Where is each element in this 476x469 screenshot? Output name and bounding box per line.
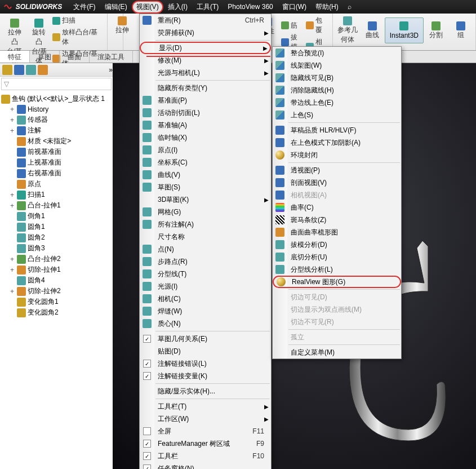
menu-item[interactable]: 草图(S) [140, 181, 271, 193]
tree-item[interactable]: +凸台-拉伸1 [1, 200, 112, 211]
menu-edit[interactable]: 编辑(E) [100, 1, 132, 14]
menu-item[interactable]: 坐标系(C) [140, 156, 271, 169]
tree-item[interactable]: 上视基准面 [1, 157, 112, 168]
menu-item[interactable]: 整合预览(I) [273, 47, 401, 59]
menu-item[interactable]: ✓任务窗格(N) [140, 462, 271, 469]
tab-sketch[interactable]: 草图 [30, 51, 60, 63]
expand-icon[interactable]: + [9, 255, 15, 263]
tree-item[interactable]: +History [1, 104, 112, 114]
menu-search-icon[interactable]: ⌕ [343, 1, 356, 12]
menu-item[interactable]: 重画(R)Ctrl+R [140, 14, 271, 26]
tab-render[interactable]: 渲染工具 [90, 51, 133, 63]
menu-item[interactable]: 带边线上色(E) [273, 96, 401, 109]
fm-expand-icon[interactable]: » [109, 66, 113, 74]
menu-item[interactable]: 全屏F11 [140, 425, 271, 437]
menu-insert[interactable]: 插入(I) [163, 1, 192, 14]
tree-item[interactable]: 右视基准面 [1, 168, 112, 179]
menu-item[interactable]: 在上色模式下加阴影(A) [273, 136, 401, 149]
combine-button[interactable]: 组 [448, 20, 473, 41]
menu-item[interactable]: 基准面(P) [140, 94, 271, 107]
menu-item[interactable]: 隐藏/显示实体(H)... [140, 385, 271, 397]
menu-item[interactable]: 贴图(D) [140, 345, 271, 357]
expand-icon[interactable]: + [9, 287, 15, 295]
tree-item[interactable]: +凸台-拉伸2 [1, 254, 112, 264]
menu-item[interactable]: 自定义菜单(M) [273, 346, 401, 359]
menu-item[interactable]: 消除隐藏线(H) [273, 84, 401, 96]
menu-item[interactable]: 点(N) [140, 243, 271, 255]
tree-item[interactable]: +扫描1 [1, 189, 112, 200]
tree-item[interactable]: 圆角4 [1, 275, 112, 286]
menu-item[interactable]: 光源(I) [140, 280, 271, 293]
instant3d-button[interactable]: Instant3D [385, 17, 424, 43]
menu-item[interactable]: 线架图(W) [273, 59, 401, 72]
tree-item[interactable]: 变化圆角2 [1, 307, 112, 318]
menu-item[interactable]: 显示(D)▶ [140, 42, 271, 54]
menu-photoview[interactable]: PhotoView 360 [223, 1, 278, 12]
menu-item[interactable]: 隐藏所有类型(Y) [140, 82, 271, 94]
loft-button[interactable]: 放样凸台/基体 [51, 27, 105, 47]
menu-item[interactable]: ✓草图几何关系(E) [140, 333, 271, 345]
tree-item[interactable]: 圆角1 [1, 222, 112, 232]
menu-item[interactable]: 工具栏(T)▶ [140, 400, 271, 413]
menu-item[interactable]: 草稿品质 HLR/HLV(F) [273, 124, 401, 136]
expand-icon[interactable]: + [9, 266, 15, 274]
menu-item[interactable]: ✓工具栏F10 [140, 450, 271, 462]
tree-item[interactable]: +传感器 [1, 114, 112, 125]
menu-item[interactable]: 修改(M)▶ [140, 54, 271, 67]
menu-item[interactable]: 曲率(C) [273, 201, 401, 214]
menu-item[interactable]: ✓FeatureManager 树区域F9 [140, 437, 271, 450]
expand-icon[interactable]: + [9, 127, 15, 135]
menu-item[interactable]: 光源与相机(L)▶ [140, 67, 271, 79]
expand-icon[interactable]: + [9, 105, 15, 113]
menu-item[interactable]: 质心(N) [140, 317, 271, 330]
menu-item[interactable]: 斑马条纹(Z) [273, 214, 401, 226]
tab-features[interactable]: 特征 [0, 51, 30, 63]
tree-root[interactable]: 鱼钩 (默认<<默认>_显示状态 1 [1, 94, 112, 104]
tree-item[interactable]: 原点 [1, 179, 112, 189]
fm-search[interactable]: ▽ [1, 78, 112, 90]
fm-display-icon[interactable] [38, 65, 48, 75]
split-button[interactable]: 分割 [424, 20, 448, 41]
menu-window[interactable]: 窗口(W) [278, 1, 311, 14]
tree-item[interactable]: 前视基准面 [1, 147, 112, 157]
menu-item[interactable]: 环境封闭 [273, 149, 401, 161]
menu-item[interactable]: 步路点(R) [140, 255, 271, 268]
menu-item[interactable]: 焊缝(W) [140, 305, 271, 317]
menu-file[interactable]: 文件(F) [69, 1, 100, 14]
menu-item[interactable]: 网格(G) [140, 206, 271, 218]
menu-item[interactable]: ✓注解链接错误(L) [140, 357, 271, 370]
menu-item[interactable]: 活动剖切面(L) [140, 107, 271, 119]
menu-item[interactable]: 曲线(V) [140, 169, 271, 181]
expand-icon[interactable]: + [9, 116, 15, 124]
menu-item[interactable]: ✓注解链接变量(K) [140, 370, 271, 382]
tree-item[interactable]: +切除-拉伸2 [1, 286, 112, 297]
menu-item[interactable]: 工作区(W)▶ [140, 413, 271, 425]
menu-item[interactable]: 所有注解(A) [140, 218, 271, 231]
fm-prop-icon[interactable] [26, 65, 36, 75]
fm-icon[interactable] [2, 65, 12, 75]
tab-surface[interactable]: 曲面 [60, 51, 90, 63]
menu-item[interactable]: 上色(S) [273, 109, 401, 121]
menu-item[interactable]: 尺寸名称 [140, 231, 271, 243]
menu-view[interactable]: 视图(V) [132, 1, 163, 14]
ref-geometry-button[interactable]: 参考几 何体 [335, 15, 360, 46]
fm-config-icon[interactable] [14, 65, 24, 75]
tree-item[interactable]: 圆角3 [1, 243, 112, 254]
menu-item[interactable]: 分型线分析(L) [273, 263, 401, 276]
wrap-button[interactable]: 包覆 [305, 15, 330, 36]
menu-item[interactable]: 基准轴(A) [140, 119, 271, 131]
curves-button[interactable]: 曲线 [360, 20, 385, 41]
menu-item[interactable]: 底切分析(U) [273, 251, 401, 263]
menu-item[interactable]: 拔模分析(D) [273, 238, 401, 251]
sweep-button[interactable]: 扫描 [51, 15, 105, 26]
expand-icon[interactable]: + [9, 202, 15, 210]
menu-item[interactable]: 3D草图(K)▶ [140, 193, 271, 206]
tree-item[interactable]: 圆角2 [1, 232, 112, 243]
menu-item[interactable]: 剖面视图(V) [273, 176, 401, 189]
menu-item[interactable]: 相机(C) [140, 293, 271, 305]
menu-help[interactable]: 帮助(H) [311, 1, 343, 14]
menu-item[interactable]: 临时轴(X) [140, 131, 271, 144]
menu-item[interactable]: 透视图(P) [273, 164, 401, 176]
menu-item[interactable]: 原点(I) [140, 144, 271, 156]
tree-item[interactable]: 变化圆角1 [1, 297, 112, 307]
